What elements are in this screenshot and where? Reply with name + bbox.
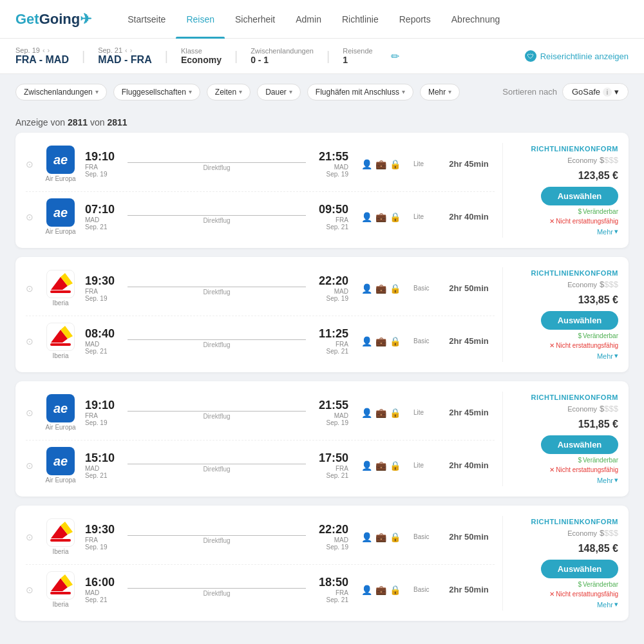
nav-item-reisen[interactable]: Reisen (176, 0, 225, 39)
amenity-briefcase-icon: 💼 (375, 159, 386, 169)
card-right-panel-2: RICHTLINIENKONFORM Economy $$$$ 151,85 €… (502, 392, 618, 486)
arr-time-2-1: 17:50 (319, 451, 348, 465)
filter-fluggesellschaften[interactable]: Fluggesellschaften ▾ (113, 84, 200, 100)
nav-item-startseite[interactable]: Startseite (117, 0, 176, 39)
select-button-2[interactable]: Auswählen (541, 435, 618, 454)
policy-button[interactable]: 🛡 Reiserichtlinie anzeigen (525, 50, 629, 62)
amenity-person-icon: 👤 (361, 283, 372, 294)
flight-card-card1: ⊙ ae Air Europa 19:10 FRA Sep. 19 Direkt… (15, 133, 629, 248)
logo: GetGoing✈ (15, 11, 91, 28)
price-2: 151,85 € (578, 419, 618, 430)
route-line-0-0 (128, 162, 306, 163)
link-icon-2-0: ⊙ (26, 408, 36, 418)
flight-card-card4: ⊙ Iberia 19:30 FRA Sep. 19 Direktflug (15, 506, 629, 621)
route-label-3-1: Direktflug (203, 590, 230, 597)
leg1-prev[interactable]: ‹ (43, 46, 45, 54)
nav-item-sicherheit[interactable]: Sicherheit (225, 0, 285, 39)
fare-tier-3: Economy $$$$ (567, 528, 618, 538)
arr-airport-3-0: MAD (334, 536, 348, 544)
divider4: | (327, 49, 330, 64)
more-link-2[interactable]: Mehr ▾ (597, 476, 618, 484)
dep-airport-3-1: MAD (85, 589, 120, 596)
route-line-2-1 (128, 464, 306, 464)
sort-dropdown[interactable]: GoSafe i ▾ (562, 83, 629, 100)
card-legs-3: ⊙ Iberia 19:30 FRA Sep. 19 Direktflug (26, 516, 495, 611)
nav-item-abrechnung[interactable]: Abrechnung (441, 0, 511, 39)
duration-0-1: 2hr 40min (443, 212, 495, 222)
more-link-3[interactable]: Mehr ▾ (597, 600, 618, 609)
amenity-person-icon: 👤 (361, 212, 372, 222)
filter-flughaefen[interactable]: Flughäfen mit Anschluss ▾ (307, 84, 413, 100)
filter-zwischenlandungen[interactable]: Zwischenlandungen ▾ (15, 84, 107, 100)
route-label-1-1: Direktflug (203, 341, 230, 348)
refundable-label-1: ✕ Nicht erstattungsfähig (549, 342, 618, 349)
amenity-briefcase-icon: 💼 (375, 460, 386, 471)
logo-get: Get (15, 11, 39, 27)
arr-airport-0-0: MAD (334, 164, 348, 171)
more-link-0[interactable]: Mehr ▾ (597, 227, 618, 236)
fare-tier-2: Economy $$$$ (567, 404, 618, 413)
fare-indicators-3: $$$$ (600, 528, 618, 538)
fare-name-0-0: Lite (413, 160, 435, 167)
airline-wrap-3-1: Iberia (44, 571, 77, 608)
arr-date-3-1: Sep. 21 (327, 596, 348, 603)
flight-leg-2-1: ⊙ ae Air Europa 15:10 MAD Sep. 21 Direkt… (26, 440, 495, 486)
leg2-prev[interactable]: ‹ (125, 46, 128, 54)
amenities-3-1: 👤 💼 🔒 (361, 585, 401, 595)
arr-info-3-0: 22:20 MAD Sep. 19 (314, 523, 348, 551)
search-bar: Sep. 19 ‹ › FRA - MAD | Sep. 21 ‹ › MAD … (0, 39, 644, 74)
filters-bar: Zwischenlandungen ▾ Fluggesellschaften ▾… (0, 74, 644, 109)
arr-airport-1-1: FRA (336, 341, 348, 348)
stops-meta: Zwischenlandungen 0 - 1 (251, 47, 314, 65)
more-link-1[interactable]: Mehr ▾ (597, 352, 618, 360)
arr-date-2-0: Sep. 19 (327, 419, 348, 426)
route-label-2-0: Direktflug (203, 413, 230, 420)
fare-class-label-2: Economy (567, 405, 597, 413)
arr-date-1-0: Sep. 19 (327, 295, 348, 302)
dep-airport-0-1: MAD (85, 216, 120, 223)
nav-item-richtlinie[interactable]: Richtlinie (332, 0, 389, 39)
svg-rect-8 (50, 539, 71, 542)
amenity-briefcase-icon: 💼 (375, 585, 386, 595)
route-line-0-1 (128, 215, 306, 216)
filter-mehr[interactable]: Mehr ▾ (420, 84, 460, 100)
airline-wrap-1-1: Iberia (44, 323, 77, 359)
card-right-panel-1: RICHTLINIENKONFORM Economy $$$$ 133,85 €… (502, 267, 618, 362)
filter-zeiten[interactable]: Zeiten ▾ (207, 84, 251, 100)
leg2-date: Sep. 21 ‹ › (98, 46, 152, 54)
leg1-next[interactable]: › (48, 46, 50, 54)
amenities-1-1: 👤 💼 🔒 (361, 336, 401, 346)
dep-info-2-0: 19:10 FRA Sep. 19 (85, 399, 120, 426)
flight-leg-1-1: ⊙ Iberia 08:40 MAD Sep. 21 Direktflug (26, 316, 495, 362)
route-2-1: Direktflug (128, 459, 306, 473)
dep-info-3-0: 19:30 FRA Sep. 19 (85, 523, 120, 551)
changeable-label-0: $ Veränderbar (578, 208, 618, 215)
duration-3-1: 2hr 50min (443, 585, 495, 594)
nav-item-admin[interactable]: Admin (285, 0, 332, 39)
flight-card-card3: ⊙ ae Air Europa 19:10 FRA Sep. 19 Direkt… (15, 381, 629, 497)
amenities-0-0: 👤 💼 🔒 (361, 159, 401, 169)
flight-leg-0-0: ⊙ ae Air Europa 19:10 FRA Sep. 19 Direkt… (26, 143, 495, 185)
amenity-bottle-icon: 🔒 (390, 159, 401, 169)
link-icon-0-1: ⊙ (26, 212, 36, 222)
divider3: | (234, 49, 238, 64)
price-1: 133,85 € (578, 294, 618, 306)
duration-0-0: 2hr 45min (443, 159, 495, 169)
filter-dauer[interactable]: Dauer ▾ (257, 84, 301, 100)
select-button-3[interactable]: Auswählen (541, 560, 618, 578)
duration-2-1: 2hr 40min (443, 460, 495, 470)
edit-search-button[interactable]: ✏ (391, 50, 399, 62)
fare-class-label-1: Economy (567, 281, 597, 289)
flight-results: ⊙ ae Air Europa 19:10 FRA Sep. 19 Direkt… (0, 133, 644, 644)
trip-leg-1: Sep. 19 ‹ › FRA - MAD (15, 46, 69, 66)
amenity-person-icon: 👤 (361, 336, 372, 346)
route-line-3-0 (128, 535, 306, 536)
leg2-next[interactable]: › (130, 46, 133, 54)
amenities-0-1: 👤 💼 🔒 (361, 212, 401, 222)
select-button-1[interactable]: Auswählen (541, 311, 618, 330)
route-line-1-0 (128, 287, 306, 287)
nav-item-reports[interactable]: Reports (389, 0, 441, 39)
select-button-0[interactable]: Auswählen (541, 187, 618, 205)
airline-name-3-1: Iberia (52, 601, 68, 608)
dep-time-0-1: 07:10 (85, 203, 120, 216)
